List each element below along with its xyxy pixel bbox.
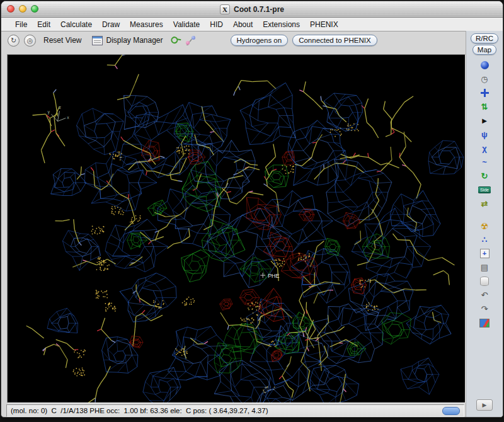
menu-hid[interactable]: HID [205,19,228,30]
add-terminal-residue-icon[interactable]: ☢ [478,220,491,232]
graphics-canvas[interactable]: xyzPHE [7,54,466,403]
coot-window: X Coot 0.7.1-pre File Edit Calculate Dra… [1,1,503,418]
residue-label: PHE [268,273,279,279]
psi-glyph: ψ [481,130,488,139]
delete-item-icon[interactable] [478,275,491,287]
menu-measures[interactable]: Measures [125,19,168,30]
svg-text:x: x [67,115,69,120]
edit-chi-angles-icon[interactable]: χ [478,142,491,154]
display-manager-icon [92,36,103,45]
undo-icon[interactable]: ↶ [478,289,491,301]
menu-draw[interactable]: Draw [97,19,125,30]
menu-about[interactable]: About [228,19,258,30]
spin-view-icon[interactable]: ↻ [8,35,20,47]
traffic-lights [7,5,38,13]
spin-view-glyph: ↻ [11,37,16,45]
centre-view-glyph: ◎ [27,37,33,45]
right-toolbar-panel: R/RC Map ◷ ⇅ ▶ ψ χ ~ ↻ Side ⇄ ☢ ∴ + ▤ [466,31,503,417]
status-text: (mol. no: 0) C /1/A/138 PHE occ: 1.00 bf… [11,407,437,414]
menu-file[interactable]: File [10,19,32,30]
main-toolbar: ↻ ◎ Reset View Display Manager Hydrogens… [1,31,466,50]
menu-validate[interactable]: Validate [168,19,205,30]
modelling-icon-strip: ◷ ⇅ ▶ ψ χ ~ ↻ Side ⇄ ☢ ∴ + ▤ ↶ ↷ [478,55,491,397]
undo-glyph: ↶ [481,291,488,299]
grid-glyph: ▤ [481,263,488,271]
distances-icon[interactable] [185,36,196,45]
radiation-glyph: ☢ [481,222,489,231]
titlebar[interactable]: X Coot 0.7.1-pre [1,1,503,18]
left-pane: ↻ ◎ Reset View Display Manager Hydrogens… [1,31,466,417]
close-button[interactable] [7,5,14,13]
svg-text:y: y [48,110,50,115]
rrc-button[interactable]: R/RC [471,33,498,43]
clock-glyph: ◷ [481,75,488,83]
key-icon[interactable] [168,33,182,47]
reset-view-button[interactable]: Reset View [40,35,84,46]
menu-bar: File Edit Calculate Draw Measures Valida… [1,18,503,31]
move-cross-glyph [481,89,489,97]
rigid-body-fit-icon[interactable] [478,87,491,99]
auto-fit-rotamer-icon[interactable]: ▶ [478,115,491,127]
play-button[interactable]: ▶ [476,399,493,411]
play-glyph: ▶ [483,402,487,408]
redo-icon[interactable]: ↷ [478,303,491,315]
svg-text:z: z [59,105,61,110]
status-bar: (mol. no: 0) C /1/A/138 PHE occ: 1.00 bf… [6,404,464,417]
plus-glyph: + [480,249,490,258]
refine-sphere-icon[interactable] [478,59,491,71]
flip-glyph: ↻ [481,172,488,180]
menu-calculate[interactable]: Calculate [55,19,97,30]
map-button[interactable]: Map [472,45,496,55]
cylinder-glyph [480,277,489,286]
rotate-translate-zone-icon[interactable]: ⇅ [478,101,491,113]
hydrogens-button[interactable]: Hydrogens on [231,35,289,46]
add-alt-conf-icon[interactable]: ∴ [478,234,491,246]
sphere-glyph [481,61,489,69]
rotamers-icon[interactable]: ψ [478,128,491,140]
rotate-translate-glyph: ⇅ [481,103,488,111]
minimize-button[interactable] [19,5,26,13]
mutate-glyph: ⇄ [481,200,488,208]
window-content: ↻ ◎ Reset View Display Manager Hydrogens… [1,31,503,417]
redo-glyph: ↷ [481,305,488,313]
preferences-icon[interactable] [478,317,491,329]
centre-view-icon[interactable]: ◎ [24,35,36,47]
flag-glyph [479,319,490,328]
real-space-refine-zone-icon[interactable]: ◷ [478,73,491,85]
torsion-glyph: ~ [482,158,487,166]
menu-extensions[interactable]: Extensions [258,19,305,30]
flip-peptide-icon[interactable]: ↻ [478,170,491,182]
display-manager-label: Display Manager [106,36,163,45]
alt-conf-glyph: ∴ [482,236,487,244]
horizontal-scrollbar-thumb[interactable] [442,407,460,415]
connected-to-phenix-button[interactable]: Connected to PHENIX [292,35,377,46]
triangle-glyph: ▶ [482,118,487,124]
zoom-button[interactable] [31,5,38,13]
menu-phenix[interactable]: PHENIX [305,19,343,30]
molecular-viewport[interactable]: xyzPHE [8,55,465,402]
residue-info-icon[interactable]: ▤ [478,261,491,273]
chi-glyph: χ [482,144,486,152]
side-badge: Side [478,186,491,193]
side-chain-flip-icon[interactable]: Side [478,184,491,196]
torsion-general-icon[interactable]: ~ [478,156,491,168]
place-atom-icon[interactable]: + [478,248,491,259]
mutate-residue-icon[interactable]: ⇄ [478,198,491,210]
x11-icon: X [220,4,230,14]
window-title: Coot 0.7.1-pre [234,5,284,14]
display-manager-button[interactable]: Display Manager [89,35,166,47]
menu-edit[interactable]: Edit [32,19,55,30]
window-title-area: X Coot 0.7.1-pre [220,4,284,14]
